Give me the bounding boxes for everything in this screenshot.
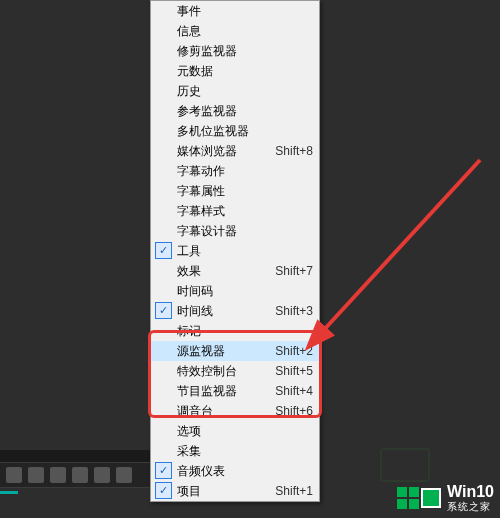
menu-item-label: 字幕动作 — [177, 163, 313, 180]
menu-item-shortcut: Shift+8 — [275, 144, 313, 158]
tool-icon-3[interactable] — [50, 467, 66, 483]
tool-icon-6[interactable] — [116, 467, 132, 483]
menu-item-label: 事件 — [177, 3, 313, 20]
menu-item-5[interactable]: 参考监视器 — [151, 101, 319, 121]
menu-item-12[interactable]: ✓工具 — [151, 241, 319, 261]
menu-item-15[interactable]: ✓时间线Shift+3 — [151, 301, 319, 321]
menu-item-7[interactable]: 媒体浏览器Shift+8 — [151, 141, 319, 161]
menu-item-8[interactable]: 字幕动作 — [151, 161, 319, 181]
menu-item-shortcut: Shift+2 — [275, 344, 313, 358]
menu-item-label: 多机位监视器 — [177, 123, 313, 140]
menu-item-label: 参考监视器 — [177, 103, 313, 120]
tool-icon-5[interactable] — [94, 467, 110, 483]
menu-item-label: 节目监视器 — [177, 383, 265, 400]
menu-item-shortcut: Shift+7 — [275, 264, 313, 278]
checkmark-icon: ✓ — [155, 242, 172, 259]
menu-item-label: 字幕样式 — [177, 203, 313, 220]
menu-item-label: 媒体浏览器 — [177, 143, 265, 160]
menu-item-label: 字幕设计器 — [177, 223, 313, 240]
menu-item-shortcut: Shift+3 — [275, 304, 313, 318]
tool-icon-4[interactable] — [72, 467, 88, 483]
menu-item-label: 历史 — [177, 83, 313, 100]
timeline-strip — [0, 450, 155, 462]
menu-item-label: 时间码 — [177, 283, 313, 300]
watermark-logo-main — [421, 488, 441, 508]
menu-item-shortcut: Shift+4 — [275, 384, 313, 398]
menu-item-4[interactable]: 历史 — [151, 81, 319, 101]
menu-item-label: 元数据 — [177, 63, 313, 80]
tool-icon-1[interactable] — [6, 467, 22, 483]
watermark-logo-grid — [397, 487, 419, 509]
menu-item-19[interactable]: 节目监视器Shift+4 — [151, 381, 319, 401]
menu-item-0[interactable]: 事件 — [151, 1, 319, 21]
menu-item-23[interactable]: ✓音频仪表 — [151, 461, 319, 481]
menu-item-label: 音频仪表 — [177, 463, 313, 480]
menu-item-label: 采集 — [177, 443, 313, 460]
menu-item-24[interactable]: ✓项目Shift+1 — [151, 481, 319, 501]
menu-item-18[interactable]: 特效控制台Shift+5 — [151, 361, 319, 381]
menu-item-label: 信息 — [177, 23, 313, 40]
menu-item-22[interactable]: 采集 — [151, 441, 319, 461]
menu-item-13[interactable]: 效果Shift+7 — [151, 261, 319, 281]
menu-item-2[interactable]: 修剪监视器 — [151, 41, 319, 61]
menu-item-1[interactable]: 信息 — [151, 21, 319, 41]
watermark: Win10 系统之家 — [397, 483, 494, 512]
menu-item-14[interactable]: 时间码 — [151, 281, 319, 301]
menu-item-11[interactable]: 字幕设计器 — [151, 221, 319, 241]
menu-item-label: 工具 — [177, 243, 313, 260]
menu-item-label: 源监视器 — [177, 343, 265, 360]
bottom-toolbar — [0, 462, 155, 488]
menu-item-6[interactable]: 多机位监视器 — [151, 121, 319, 141]
menu-item-shortcut: Shift+1 — [275, 484, 313, 498]
accent-bar — [0, 491, 18, 494]
menu-item-shortcut: Shift+6 — [275, 404, 313, 418]
watermark-subtitle: 系统之家 — [447, 501, 494, 512]
menu-item-label: 选项 — [177, 423, 313, 440]
menu-item-label: 修剪监视器 — [177, 43, 313, 60]
watermark-title: Win10 — [447, 483, 494, 501]
menu-item-21[interactable]: 选项 — [151, 421, 319, 441]
menu-item-20[interactable]: 调音台Shift+6 — [151, 401, 319, 421]
menu-item-label: 标记 — [177, 323, 313, 340]
menu-item-3[interactable]: 元数据 — [151, 61, 319, 81]
menu-item-shortcut: Shift+5 — [275, 364, 313, 378]
menu-item-10[interactable]: 字幕样式 — [151, 201, 319, 221]
watermark-text: Win10 系统之家 — [447, 483, 494, 512]
menu-item-label: 时间线 — [177, 303, 265, 320]
checkmark-icon: ✓ — [155, 302, 172, 319]
menu-item-9[interactable]: 字幕属性 — [151, 181, 319, 201]
menu-item-label: 调音台 — [177, 403, 265, 420]
menu-item-label: 效果 — [177, 263, 265, 280]
panel-outline — [380, 448, 430, 482]
checkmark-icon: ✓ — [155, 462, 172, 479]
menu-item-label: 字幕属性 — [177, 183, 313, 200]
tool-icon-2[interactable] — [28, 467, 44, 483]
window-menu-dropdown: 事件信息修剪监视器元数据历史参考监视器多机位监视器媒体浏览器Shift+8字幕动… — [150, 0, 320, 502]
menu-item-label: 项目 — [177, 483, 265, 500]
menu-item-label: 特效控制台 — [177, 363, 265, 380]
checkmark-icon: ✓ — [155, 482, 172, 499]
menu-item-17[interactable]: 源监视器Shift+2 — [151, 341, 319, 361]
menu-item-16[interactable]: 标记 — [151, 321, 319, 341]
